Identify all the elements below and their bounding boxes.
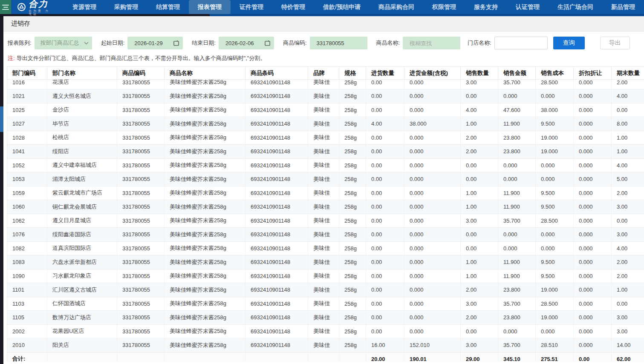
table-cell: 0.000 [574, 324, 612, 338]
report-table: 部门编码部门名称商品编码商品名称商品条码品牌规格进货数量进货金额(含税)销售数量… [7, 66, 644, 362]
table-cell: 258g [339, 117, 366, 131]
end-date-input[interactable]: 2026-02-06 [219, 37, 274, 49]
menu-toggle-button[interactable] [0, 0, 11, 14]
table-cell: 258g [339, 324, 366, 338]
table-cell: 331780055 [117, 172, 165, 186]
table-cell: 0.000 [574, 117, 612, 131]
table-cell: 美味佳 [308, 172, 339, 186]
column-header: 品牌 [308, 67, 339, 80]
table-cell: 0.00 [366, 103, 404, 117]
store-name-label: 门店名称: [468, 39, 491, 47]
nav-item[interactable]: 商品采购合同 [370, 0, 423, 14]
table-row[interactable]: 1053湄潭太阳城店331780055美味佳蜂蜜芥末酱258g693241090… [7, 172, 644, 186]
table-row[interactable]: 1103仁怀国酒城店331780055美味佳蜂蜜芥末酱258g693241090… [7, 297, 644, 311]
table-row[interactable]: 2002花果园U区店331780055美味佳蜂蜜芥末酱258g693241090… [7, 324, 644, 338]
report-layout-select[interactable]: 按部门商品汇总 [35, 37, 92, 49]
table-row[interactable]: 1105数博万达广场店331780055美味佳蜂蜜芥末酱258g69324109… [7, 311, 644, 325]
nav-item[interactable]: 资源管理 [64, 0, 105, 14]
table-cell: 1083 [7, 255, 47, 269]
table-cell: 0.000 [536, 324, 574, 338]
nav-item[interactable]: 借款/预结申请 [314, 0, 370, 14]
table-row[interactable]: 1041绥阳店331780055美味佳蜂蜜芥末酱258g693241090114… [7, 145, 644, 159]
query-button[interactable]: 查询 [553, 37, 585, 49]
table-cell: 6932410901148 [245, 172, 308, 186]
table-cell: 258g [339, 200, 366, 214]
table-cell: 331780055 [117, 311, 165, 325]
table-row[interactable]: 1101汇川区遵义古城店331780055美味佳蜂蜜芥末酱258g6932410… [7, 283, 644, 297]
table-row[interactable]: 1016花溪店331780055美味佳蜂蜜芥末酱258g693241090114… [7, 80, 644, 89]
nav-item[interactable]: 特价管理 [272, 0, 314, 14]
table-row[interactable]: 1027毕节店331780055美味佳蜂蜜芥末酱258g693241090114… [7, 117, 644, 131]
table-cell: 0.000 [574, 297, 612, 311]
nav-item[interactable]: 证件管理 [231, 0, 272, 14]
table-cell: 0.000 [574, 241, 612, 255]
table-cell: 28.500 [536, 214, 574, 228]
nav-item[interactable]: 权限管理 [423, 0, 465, 14]
table-cell: 23.800 [498, 145, 536, 159]
table-cell: 0.000 [498, 241, 536, 255]
table-row[interactable]: 1028松桃店331780055美味佳蜂蜜芥末酱258g693241090114… [7, 131, 644, 145]
table-cell: 0.000 [404, 80, 461, 89]
table-row[interactable]: 1052遵义中建幸福城店331780055美味佳蜂蜜芥末酱258g6932410… [7, 158, 644, 172]
table-cell: 0.000 [574, 80, 612, 89]
export-button[interactable]: 导出 [600, 37, 630, 49]
table-cell: 美味佳 [308, 158, 339, 172]
table-row[interactable]: 1076绥阳鑫港国际店331780055美味佳蜂蜜芥末酱258g69324109… [7, 228, 644, 242]
nav-item[interactable]: 新品管理 [602, 0, 644, 14]
nav-item[interactable]: 认证管理 [507, 0, 549, 14]
table-cell: 0.000 [574, 145, 612, 159]
product-name-input[interactable] [403, 37, 460, 49]
table-cell: 美味佳蜂蜜芥末酱258g [165, 255, 245, 269]
table-cell: 258g [339, 89, 366, 103]
nav-item[interactable]: 报表管理 [189, 0, 231, 14]
table-row[interactable]: 1083六盘水派华新都店331780055美味佳蜂蜜芥末酱258g6932410… [7, 255, 644, 269]
table-cell: 2.00 [461, 311, 498, 325]
nav-item[interactable]: 结算管理 [147, 0, 189, 14]
subheader-band [0, 14, 644, 16]
table-row[interactable]: 1062遵义日月星城店331780055美味佳蜂蜜芥末酱258g69324109… [7, 214, 644, 228]
product-code-label: 商品编码: [283, 39, 307, 47]
table-cell: 23.800 [498, 131, 536, 145]
sidebar-scroll-indicator[interactable] [0, 106, 3, 132]
start-date-input[interactable]: 2026-01-29 [127, 37, 183, 49]
table-cell: 0.000 [404, 255, 461, 269]
table-cell: 0.000 [404, 269, 461, 283]
tab-report[interactable]: 进销存 [11, 20, 30, 28]
nav-item[interactable]: 服务支持 [465, 0, 507, 14]
table-cell: 258g [339, 158, 366, 172]
table-cell: 松桃店 [47, 131, 117, 145]
table-cell: 152.010 [404, 338, 461, 353]
table-cell: 0.000 [404, 228, 461, 242]
table-cell: 美味佳 [308, 103, 339, 117]
filter-bar: 报表陈列: 按部门商品汇总 起始日期: 2026-01-29 结束日期: 202… [3, 32, 644, 54]
calendar-icon[interactable] [265, 40, 270, 46]
table-cell: 258g [339, 297, 366, 311]
calendar-icon[interactable] [173, 40, 179, 46]
table-cell: 4.00 [366, 117, 404, 131]
product-code-input[interactable] [310, 37, 367, 49]
table-row[interactable]: 2010阳关店331780055美味佳蜂蜜芥末酱258g693241090114… [7, 338, 644, 353]
table-cell: 331780055 [117, 297, 165, 311]
table-cell: 3.00 [612, 324, 644, 338]
table-row[interactable]: 1090习水麒龙印象店331780055美味佳蜂蜜芥末酱258g69324109… [7, 269, 644, 283]
store-name-input[interactable] [494, 37, 548, 49]
table-cell: 金沙店 [47, 103, 117, 117]
table-cell: 4.00 [461, 103, 498, 117]
tab-bar: 进销存 [3, 16, 644, 32]
table-row[interactable]: 1082道真滨阳国际店331780055美味佳蜂蜜芥末酱258g69324109… [7, 241, 644, 255]
table-cell: 258g [339, 145, 366, 159]
total-cell: 0.00 [574, 352, 612, 362]
table-row[interactable]: 1059紫云麒龙城市广场店331780055美味佳蜂蜜芥末酱258g693241… [7, 186, 644, 200]
table-row[interactable]: 1060铜仁麒龙会展城店331780055美味佳蜂蜜芥末酱258g6932410… [7, 200, 644, 214]
nav-item[interactable]: 采购管理 [105, 0, 147, 14]
table-row[interactable]: 1021遵义大恒名城店331780055美味佳蜂蜜芥末酱258g69324109… [7, 89, 644, 103]
nav-item[interactable]: 生活广场合同 [549, 0, 602, 14]
table-cell: 1060 [7, 200, 47, 214]
table-cell: 0.00 [461, 158, 498, 172]
table-cell: 美味佳蜂蜜芥末酱258g [165, 283, 245, 297]
table-cell: 美味佳 [308, 338, 339, 353]
table-row[interactable]: 1025金沙店331780055美味佳蜂蜜芥末酱258g693241090114… [7, 103, 644, 117]
table-body-scroll[interactable]: 1016花溪店331780055美味佳蜂蜜芥末酱258g693241090114… [7, 80, 644, 362]
table-cell: 6932410901148 [245, 241, 308, 255]
table-cell: 美味佳 [308, 89, 339, 103]
